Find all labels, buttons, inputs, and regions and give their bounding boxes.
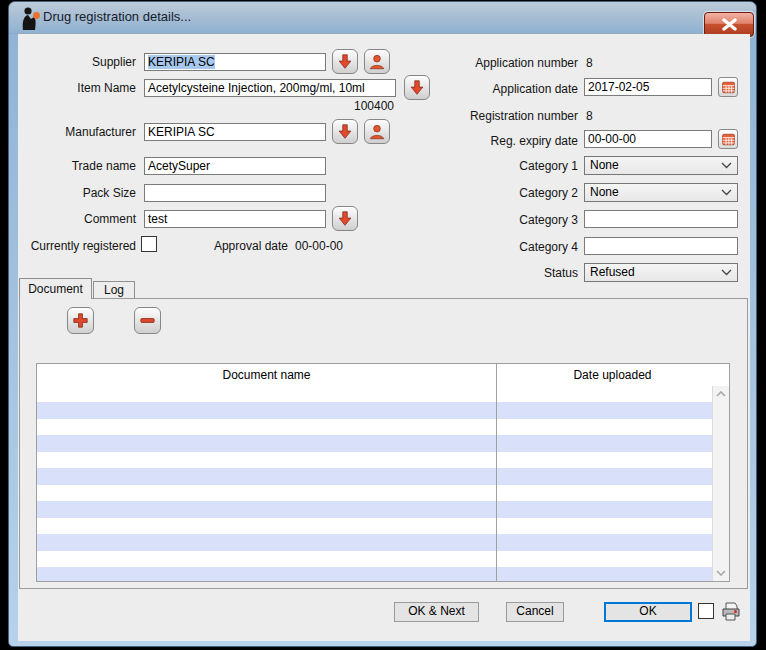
printer-icon <box>720 601 742 622</box>
trade-name-label: Trade name <box>18 157 136 175</box>
reg-expiry-date-label: Reg. expiry date <box>388 132 578 150</box>
close-x-icon <box>721 18 738 31</box>
tab-document[interactable]: Document <box>19 278 92 299</box>
application-number-value: 8 <box>586 54 593 72</box>
reg-expiry-date-input[interactable]: 00-00-00 <box>584 130 712 148</box>
calendar-icon <box>721 132 736 147</box>
supplier-dropdown-button[interactable] <box>332 49 358 74</box>
supplier-input[interactable]: KERIPIA SC <box>144 53 326 71</box>
application-date-input[interactable]: 2017-02-05 <box>584 78 712 96</box>
tab-log[interactable]: Log <box>93 281 135 299</box>
registration-number-value: 8 <box>586 107 593 125</box>
item-name-input[interactable]: Acetylcysteine Injection, 200mg/ml, 10ml <box>144 79 396 97</box>
chevron-up-icon <box>716 391 726 397</box>
comment-dropdown-button[interactable] <box>332 206 358 231</box>
ok-next-button[interactable]: OK & Next <box>394 602 479 622</box>
status-select[interactable]: Refused <box>584 263 738 282</box>
dialog-window: Drug registration details... Supplier KE… <box>8 1 757 647</box>
table-body[interactable] <box>37 386 729 581</box>
column-header-document-name[interactable]: Document name <box>37 364 496 386</box>
calendar-icon <box>721 80 736 95</box>
cancel-button[interactable]: Cancel <box>506 602 564 622</box>
category4-input[interactable] <box>584 237 738 255</box>
app-person-icon <box>18 6 42 31</box>
approval-date-label: Approval date <box>138 237 288 255</box>
manufacturer-label: Manufacturer <box>18 123 136 141</box>
manufacturer-dropdown-button[interactable] <box>332 119 358 144</box>
manufacturer-contact-button[interactable] <box>364 119 390 144</box>
application-number-label: Application number <box>388 54 578 72</box>
pack-size-input[interactable] <box>144 184 326 202</box>
category3-label: Category 3 <box>388 211 578 229</box>
chevron-down-icon <box>721 189 732 196</box>
status-label: Status <box>388 264 578 282</box>
approval-date-value: 00-00-00 <box>295 237 343 255</box>
category2-label: Category 2 <box>388 184 578 202</box>
red-down-arrow-icon <box>336 53 354 71</box>
plus-icon <box>71 311 90 330</box>
comment-label: Comment <box>18 210 136 228</box>
category1-select[interactable]: None <box>584 156 738 175</box>
red-down-arrow-icon <box>336 210 354 228</box>
reg-expiry-calendar-button[interactable] <box>718 129 738 149</box>
add-button[interactable] <box>67 307 94 334</box>
vertical-scrollbar[interactable] <box>712 386 729 581</box>
person-icon <box>368 53 386 71</box>
supplier-label: Supplier <box>18 53 136 71</box>
trade-name-input[interactable]: AcetySuper <box>144 157 326 175</box>
column-divider <box>496 364 497 581</box>
currently-registered-label: Currently registered <box>18 237 136 255</box>
category3-input[interactable] <box>584 210 738 228</box>
window-title: Drug registration details... <box>43 9 191 24</box>
pack-size-label: Pack Size <box>18 184 136 202</box>
table-header: Document name Date uploaded <box>37 364 729 387</box>
application-date-calendar-button[interactable] <box>718 77 738 97</box>
dialog-content: Supplier KERIPIA SC Item Name Acetylcyst… <box>18 34 750 641</box>
minus-icon <box>138 311 157 330</box>
screen: Drug registration details... Supplier KE… <box>0 0 766 650</box>
supplier-contact-button[interactable] <box>364 49 390 74</box>
category1-label: Category 1 <box>388 157 578 175</box>
column-header-date-uploaded[interactable]: Date uploaded <box>496 364 729 386</box>
category4-label: Category 4 <box>388 238 578 256</box>
item-name-label: Item Name <box>18 79 136 97</box>
scroll-up-button[interactable] <box>713 386 729 402</box>
title-bar[interactable]: Drug registration details... <box>9 2 756 34</box>
item-code: 100400 <box>144 97 394 115</box>
remove-button[interactable] <box>134 307 161 334</box>
application-date-label: Application date <box>388 80 578 98</box>
print-checkbox[interactable] <box>698 603 714 619</box>
red-down-arrow-icon <box>336 123 354 141</box>
chevron-down-icon <box>716 570 726 576</box>
category2-select[interactable]: None <box>584 183 738 202</box>
document-table[interactable]: Document name Date uploaded <box>36 363 730 582</box>
person-icon <box>368 123 386 141</box>
ok-button[interactable]: OK <box>604 602 692 622</box>
scroll-down-button[interactable] <box>713 565 729 581</box>
comment-input[interactable]: test <box>144 210 326 228</box>
registration-number-label: Registration number <box>388 107 578 125</box>
chevron-down-icon <box>721 162 732 169</box>
manufacturer-input[interactable]: KERIPIA SC <box>144 123 326 141</box>
chevron-down-icon <box>721 269 732 276</box>
